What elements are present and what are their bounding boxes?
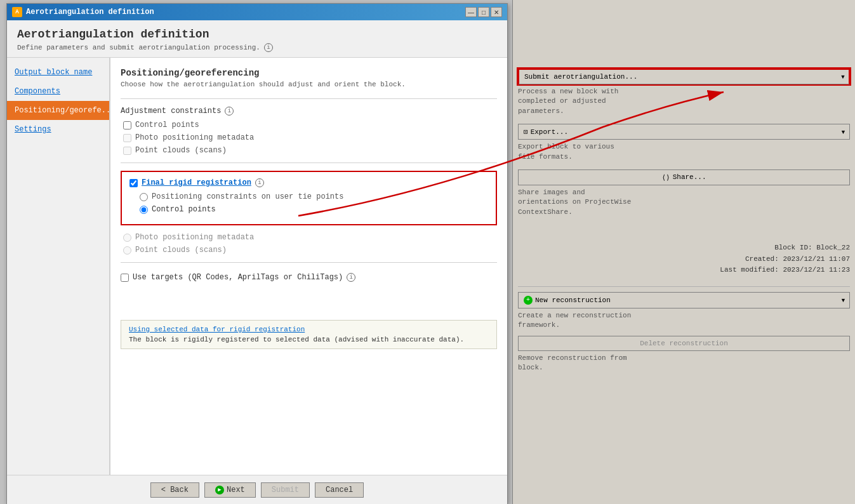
app-icon: A <box>12 7 22 17</box>
dialog-title-bar-text: Aerotriangulation definition <box>26 8 154 17</box>
control-points-radio-row: Control points <box>129 205 488 214</box>
sidebar-item-output-block-name[interactable]: Output block name <box>7 63 109 82</box>
block-modified: Last modified: 2023/12/21 11:23 <box>518 265 850 276</box>
next-button[interactable]: ▶ Next <box>204 482 256 498</box>
process-desc: Process a new block with completed or ad… <box>518 87 850 116</box>
dialog-subtitle-text: Define parameters and submit aerotriangu… <box>17 44 260 51</box>
point-clouds-outer-row: Point clouds (scans) <box>121 246 497 255</box>
positioning-constraints-radio[interactable] <box>140 193 148 201</box>
next-label: Next <box>227 486 245 494</box>
delete-reconstruction-button[interactable]: Delete reconstruction <box>518 336 850 351</box>
final-rigid-reg-checkbox[interactable] <box>129 179 138 187</box>
dialog-heading: Aerotriangulation definition <box>17 28 497 41</box>
export-dropdown: ⊡ Export... ▼ <box>518 124 850 140</box>
adjustment-info-icon[interactable]: i <box>225 107 234 116</box>
close-button[interactable]: ✕ <box>491 7 502 17</box>
share-label: Share... <box>673 173 706 181</box>
delete-recon-desc: Remove reconstruction from block. <box>518 354 850 373</box>
rigid-reg-header: Final rigid registration i <box>129 178 488 187</box>
sidebar-item-components[interactable]: Components <box>7 82 109 101</box>
photo-meta-radio[interactable] <box>123 234 131 242</box>
point-clouds-row: Point clouds (scans) <box>121 146 497 155</box>
use-targets-checkbox[interactable] <box>121 274 129 282</box>
divider-2 <box>121 162 497 163</box>
share-button[interactable]: ⟨⟩ Share... <box>518 169 850 185</box>
back-button[interactable]: < Back <box>150 482 199 498</box>
final-rigid-reg-label[interactable]: Final rigid registration <box>142 178 251 187</box>
divider-1 <box>121 98 497 99</box>
photo-positioning-label[interactable]: Photo positioning metadata <box>135 133 254 142</box>
targets-row: Use targets (QR Codes, AprilTags or Chil… <box>121 273 497 282</box>
point-clouds-radio-label[interactable]: Point clouds (scans) <box>135 246 227 255</box>
positioning-constraints-row: Positioning constraints on user tie poin… <box>129 192 488 201</box>
minimize-button[interactable]: — <box>465 7 477 17</box>
export-label: Export... <box>531 128 568 136</box>
sidebar-nav: Output block name Components Positioning… <box>7 58 110 488</box>
new-recon-arrow[interactable]: ▼ <box>837 292 850 308</box>
sidebar-item-positioning[interactable]: Positioning/georefe... <box>7 101 109 120</box>
block-id: Block ID: Block_22 <box>518 242 850 254</box>
share-desc: Share images and orientations on Project… <box>518 188 850 217</box>
title-bar-left: A Aerotriangulation definition <box>12 7 154 17</box>
new-reconstruction-button[interactable]: + New reconstruction <box>518 292 837 308</box>
control-points-checkbox[interactable] <box>123 121 131 129</box>
export-button[interactable]: ⊡ Export... <box>518 124 837 140</box>
new-recon-icon: + <box>524 296 533 305</box>
dialog-body: Output block name Components Positioning… <box>7 58 507 488</box>
rigid-registration-box: Final rigid registration i Positioning c… <box>121 171 497 225</box>
info-note-text: The block is rigidly registered to selec… <box>129 336 489 343</box>
photo-meta-outer-row: Photo positioning metadata <box>121 233 497 242</box>
dialog-subtitle-row: Define parameters and submit aerotriangu… <box>17 43 497 52</box>
export-desc: Export block to various file formats. <box>518 142 850 162</box>
export-icon: ⊡ <box>524 128 528 136</box>
right-bottom-section: + New reconstruction ▼ Create a new reco… <box>518 286 850 373</box>
submit-aerotri-arrow[interactable]: ▼ <box>837 69 850 84</box>
control-points-label[interactable]: Control points <box>135 121 199 129</box>
main-dialog: A Aerotriangulation definition — □ ✕ Aer… <box>6 3 508 504</box>
point-clouds-label[interactable]: Point clouds (scans) <box>135 146 227 155</box>
section-desc: Choose how the aerotriangulation should … <box>121 81 497 88</box>
right-panel-content: Submit aerotriangulation... ▼ Process a … <box>513 0 855 378</box>
targets-info-icon[interactable]: i <box>347 273 355 282</box>
block-created: Created: 2023/12/21 11:07 <box>518 254 850 265</box>
positioning-constraints-label[interactable]: Positioning constraints on user tie poin… <box>152 192 343 201</box>
main-content-area: Positioning/georeferencing Choose how th… <box>110 58 507 488</box>
divider-3 <box>121 262 497 263</box>
right-panel: Submit aerotriangulation... ▼ Process a … <box>512 0 855 504</box>
point-clouds-radio[interactable] <box>123 246 131 255</box>
submit-button[interactable]: Submit <box>261 482 310 498</box>
title-bar-buttons: — □ ✕ <box>465 7 502 17</box>
dialog-header: Aerotriangulation definition Define para… <box>7 20 507 58</box>
control-points-row: Control points <box>121 121 497 129</box>
point-clouds-checkbox[interactable] <box>123 147 131 155</box>
maximize-button[interactable]: □ <box>478 7 489 17</box>
next-green-icon: ▶ <box>215 486 224 494</box>
header-info-icon[interactable]: i <box>264 43 273 52</box>
photo-meta-radio-label[interactable]: Photo positioning metadata <box>135 233 254 242</box>
photo-positioning-row: Photo positioning metadata <box>121 133 497 142</box>
rigid-reg-info-icon[interactable]: i <box>255 178 264 187</box>
control-points-radio[interactable] <box>140 206 148 214</box>
dialog-footer: < Back ▶ Next Submit Cancel <box>7 475 507 504</box>
submit-aerotri-button[interactable]: Submit aerotriangulation... <box>518 69 837 84</box>
info-note-title: Using selected data for rigid registrati… <box>129 326 489 333</box>
use-targets-label[interactable]: Use targets (QR Codes, AprilTags or Chil… <box>133 273 343 282</box>
new-reconstruction-label: New reconstruction <box>535 296 611 304</box>
control-points-radio-label[interactable]: Control points <box>152 205 216 214</box>
right-top-section: Submit aerotriangulation... ▼ Process a … <box>518 69 850 276</box>
photo-positioning-checkbox[interactable] <box>123 134 131 142</box>
export-arrow[interactable]: ▼ <box>837 124 850 140</box>
submit-aerotri-dropdown: Submit aerotriangulation... ▼ <box>518 69 850 84</box>
sidebar-item-settings[interactable]: Settings <box>7 120 109 139</box>
block-info: Block ID: Block_22 Created: 2023/12/21 1… <box>518 242 850 276</box>
title-bar: A Aerotriangulation definition — □ ✕ <box>7 4 507 20</box>
new-recon-dropdown: + New reconstruction ▼ <box>518 292 850 308</box>
section-title: Positioning/georeferencing <box>121 68 497 78</box>
info-note-box: Using selected data for rigid registrati… <box>121 320 497 349</box>
adjustment-constraints-label: Adjustment constraints i <box>121 107 497 116</box>
new-recon-desc: Create a new reconstruction framework. <box>518 311 850 331</box>
share-icon: ⟨⟩ <box>661 173 670 182</box>
cancel-button[interactable]: Cancel <box>315 482 364 498</box>
